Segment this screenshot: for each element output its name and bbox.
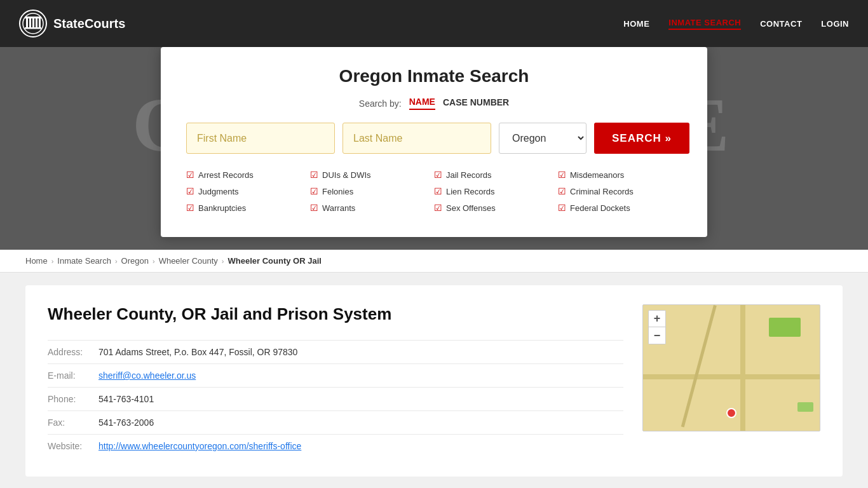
feature-label: DUIs & DWIs <box>322 170 371 180</box>
logo-icon <box>19 10 47 37</box>
nav-bar: HOME INMATE SEARCH CONTACT LOGIN <box>623 18 849 30</box>
svg-rect-3 <box>29 18 31 27</box>
breadcrumb-oregon[interactable]: Oregon <box>121 256 149 266</box>
map-green-area2 <box>797 402 813 412</box>
check-icon: ☑ <box>434 170 442 180</box>
feature-jail-records: ☑ Jail Records <box>434 168 558 182</box>
feature-label: Sex Offenses <box>446 203 496 213</box>
check-icon: ☑ <box>310 186 318 196</box>
check-icon: ☑ <box>558 203 566 213</box>
map-zoom-in[interactable]: + <box>649 311 665 327</box>
jail-title: Wheeler County, OR Jail and Prison Syste… <box>48 304 623 324</box>
map-zoom-out[interactable]: − <box>649 327 665 344</box>
email-label: E-mail: <box>48 370 98 381</box>
map-road-h1 <box>643 374 820 379</box>
search-card-title: Oregon Inmate Search <box>186 66 682 86</box>
map-road-v1 <box>740 305 745 431</box>
email-link[interactable]: sheriff@co.wheeler.or.us <box>98 370 196 381</box>
breadcrumb-home[interactable]: Home <box>25 256 48 266</box>
website-link[interactable]: http://www.wheelercountyoregon.com/sheri… <box>98 441 301 451</box>
feature-judgments: ☑ Judgments <box>186 184 310 198</box>
feature-label: Judgments <box>198 187 239 196</box>
nav-home[interactable]: HOME <box>623 19 649 29</box>
map-road-diag <box>681 305 717 428</box>
last-name-input[interactable] <box>342 123 491 154</box>
map-container: + − <box>642 304 820 431</box>
feature-label: Misdemeanors <box>570 170 624 180</box>
check-icon: ☑ <box>310 170 318 180</box>
address-row: Address: 701 Adams Street, P.o. Box 447,… <box>48 340 623 363</box>
fax-value: 541-763-2006 <box>98 417 154 428</box>
map-green-area <box>769 318 801 337</box>
feature-label: Bankruptcies <box>198 203 246 213</box>
fax-label: Fax: <box>48 417 98 428</box>
check-icon: ☑ <box>434 203 442 213</box>
feature-label: Criminal Records <box>570 187 634 196</box>
website-label: Website: <box>48 441 98 451</box>
tab-case-number[interactable]: CASE NUMBER <box>443 97 509 109</box>
check-icon: ☑ <box>186 203 194 213</box>
breadcrumb-inmate-search[interactable]: Inmate Search <box>57 256 111 266</box>
breadcrumb-sep-2: › <box>115 257 118 265</box>
state-select[interactable]: Oregon Alabama Alaska California Texas W… <box>499 123 587 154</box>
check-icon: ☑ <box>310 203 318 213</box>
breadcrumb-sep-1: › <box>51 257 54 265</box>
fax-row: Fax: 541-763-2006 <box>48 410 623 434</box>
feature-felonies: ☑ Felonies <box>310 184 434 198</box>
breadcrumb-wheeler-county[interactable]: Wheeler County <box>159 256 218 266</box>
map-section: + − <box>642 304 820 458</box>
feature-arrest-records: ☑ Arrest Records <box>186 168 310 182</box>
feature-label: Lien Records <box>446 187 495 196</box>
phone-row: Phone: 541-763-4101 <box>48 387 623 410</box>
check-icon: ☑ <box>558 170 566 180</box>
svg-rect-4 <box>32 18 34 27</box>
search-by-row: Search by: NAME CASE NUMBER <box>186 97 682 110</box>
breadcrumb-sep-4: › <box>222 257 224 265</box>
nav-contact[interactable]: CONTACT <box>760 19 802 29</box>
tab-name[interactable]: NAME <box>409 97 435 110</box>
breadcrumb-current: Wheeler County OR Jail <box>228 256 322 266</box>
feature-warrants: ☑ Warrants <box>310 201 434 215</box>
logo-text: StateCourts <box>53 17 125 31</box>
check-icon: ☑ <box>434 186 442 196</box>
svg-rect-2 <box>26 18 28 27</box>
feature-label: Federal Dockets <box>570 203 630 213</box>
feature-federal-dockets: ☑ Federal Dockets <box>558 201 682 215</box>
nav-login[interactable]: LOGIN <box>821 19 849 29</box>
logo: StateCourts <box>19 10 125 37</box>
feature-label: Arrest Records <box>198 170 254 180</box>
features-grid: ☑ Arrest Records ☑ DUIs & DWIs ☑ Jail Re… <box>186 168 682 215</box>
svg-rect-6 <box>39 18 41 27</box>
first-name-input[interactable] <box>186 123 335 154</box>
check-icon: ☑ <box>186 170 194 180</box>
feature-label: Warrants <box>322 203 355 213</box>
feature-bankruptcies: ☑ Bankruptcies <box>186 201 310 215</box>
map-zoom-controls: + − <box>648 310 666 344</box>
content-card: Wheeler County, OR Jail and Prison Syste… <box>25 285 843 477</box>
map-location-dot <box>726 408 736 418</box>
feature-criminal-records: ☑ Criminal Records <box>558 184 682 198</box>
phone-value: 541-763-4101 <box>98 394 154 404</box>
svg-rect-8 <box>25 17 41 18</box>
feature-lien-records: ☑ Lien Records <box>434 184 558 198</box>
phone-label: Phone: <box>48 394 98 404</box>
email-row: E-mail: sheriff@co.wheeler.or.us <box>48 363 623 387</box>
nav-inmate-search[interactable]: INMATE SEARCH <box>668 18 741 30</box>
check-icon: ☑ <box>558 186 566 196</box>
breadcrumb-sep-3: › <box>153 257 155 265</box>
feature-label: Jail Records <box>446 170 492 180</box>
breadcrumb: Home › Inmate Search › Oregon › Wheeler … <box>0 250 868 273</box>
search-inputs-row: Oregon Alabama Alaska California Texas W… <box>186 123 682 154</box>
feature-duis: ☑ DUIs & DWIs <box>310 168 434 182</box>
search-button[interactable]: SEARCH » <box>594 123 689 154</box>
svg-rect-7 <box>25 27 41 29</box>
website-row: Website: http://www.wheelercountyoregon.… <box>48 434 623 458</box>
feature-misdemeanors: ☑ Misdemeanors <box>558 168 682 182</box>
search-card: Oregon Inmate Search Search by: NAME CAS… <box>161 47 707 237</box>
feature-sex-offenses: ☑ Sex Offenses <box>434 201 558 215</box>
svg-rect-5 <box>36 18 37 27</box>
check-icon: ☑ <box>186 186 194 196</box>
feature-label: Felonies <box>322 187 353 196</box>
search-by-label: Search by: <box>359 98 402 109</box>
address-label: Address: <box>48 347 98 357</box>
